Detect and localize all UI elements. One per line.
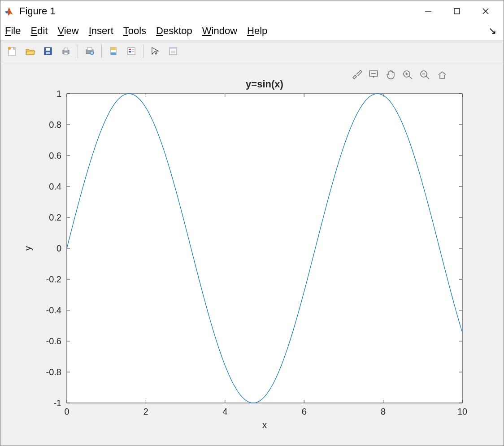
link-plot-button[interactable] bbox=[105, 43, 122, 59]
axes[interactable]: 0246810-1-0.8-0.6-0.4-0.200.20.40.60.81y… bbox=[0, 62, 504, 446]
svg-rect-21 bbox=[129, 51, 131, 52]
svg-rect-12 bbox=[64, 52, 68, 55]
svg-text:6: 6 bbox=[302, 407, 307, 416]
svg-text:0.6: 0.6 bbox=[49, 151, 61, 160]
data-tips-icon[interactable] bbox=[367, 69, 381, 80]
title-bar: Figure 1 bbox=[0, 0, 504, 22]
edit-plot-button[interactable] bbox=[147, 43, 163, 59]
brush-icon[interactable] bbox=[350, 69, 364, 80]
svg-rect-25 bbox=[169, 48, 177, 49]
print-preview-button[interactable] bbox=[82, 43, 98, 59]
matlab-icon bbox=[4, 6, 15, 17]
minimize-button[interactable] bbox=[414, 0, 443, 22]
dock-icon[interactable]: ↘ bbox=[488, 25, 496, 37]
svg-text:8: 8 bbox=[381, 407, 386, 416]
toolbar bbox=[0, 40, 504, 62]
axes-toolbar bbox=[350, 69, 449, 80]
svg-text:0.8: 0.8 bbox=[49, 120, 61, 130]
svg-text:-0.8: -0.8 bbox=[46, 367, 61, 377]
svg-text:0: 0 bbox=[64, 407, 69, 416]
svg-line-87 bbox=[409, 76, 412, 79]
svg-text:0: 0 bbox=[56, 243, 61, 253]
svg-rect-14 bbox=[87, 48, 92, 50]
svg-rect-20 bbox=[129, 49, 131, 50]
zoom-out-icon[interactable] bbox=[418, 69, 432, 80]
maximize-button[interactable] bbox=[443, 0, 471, 22]
property-inspector-button[interactable] bbox=[165, 43, 181, 59]
svg-text:-1: -1 bbox=[53, 398, 61, 408]
svg-text:x: x bbox=[262, 420, 267, 430]
menu-window[interactable]: Window bbox=[202, 25, 237, 37]
svg-rect-11 bbox=[64, 48, 68, 51]
figure-window: Figure 1 File Edit View Insert Tools Des… bbox=[0, 0, 504, 446]
menu-file[interactable]: File bbox=[5, 25, 21, 37]
open-button[interactable] bbox=[22, 43, 38, 59]
window-title: Figure 1 bbox=[19, 5, 56, 17]
pan-icon[interactable] bbox=[384, 69, 398, 80]
svg-rect-8 bbox=[46, 48, 50, 51]
svg-text:-0.6: -0.6 bbox=[46, 336, 61, 346]
svg-point-15 bbox=[90, 51, 94, 55]
menu-desktop[interactable]: Desktop bbox=[156, 25, 192, 37]
figure-area: 0246810-1-0.8-0.6-0.4-0.200.20.40.60.81y… bbox=[0, 62, 504, 446]
svg-text:y: y bbox=[23, 246, 33, 251]
svg-rect-18 bbox=[111, 52, 116, 55]
svg-rect-28 bbox=[67, 94, 462, 403]
save-button[interactable] bbox=[40, 43, 56, 59]
svg-text:10: 10 bbox=[457, 407, 467, 416]
insert-colorbar-button[interactable] bbox=[123, 43, 139, 59]
menu-tools[interactable]: Tools bbox=[123, 25, 146, 37]
svg-line-91 bbox=[426, 76, 429, 79]
svg-text:4: 4 bbox=[222, 407, 227, 416]
new-figure-button[interactable] bbox=[4, 43, 20, 59]
svg-text:y=sin(x): y=sin(x) bbox=[246, 78, 283, 90]
svg-marker-85 bbox=[373, 76, 374, 78]
menu-view[interactable]: View bbox=[57, 25, 78, 37]
svg-text:2: 2 bbox=[143, 407, 148, 416]
svg-rect-9 bbox=[46, 52, 50, 54]
menu-edit[interactable]: Edit bbox=[30, 25, 48, 37]
restore-view-icon[interactable] bbox=[435, 69, 449, 80]
svg-rect-17 bbox=[111, 48, 116, 50]
toolbar-separator bbox=[143, 44, 143, 58]
close-button[interactable] bbox=[471, 0, 500, 22]
svg-text:1: 1 bbox=[56, 89, 61, 99]
menu-insert[interactable]: Insert bbox=[89, 25, 113, 37]
svg-text:0.4: 0.4 bbox=[49, 182, 61, 191]
svg-rect-1 bbox=[454, 9, 460, 14]
svg-text:-0.4: -0.4 bbox=[46, 305, 61, 315]
print-button[interactable] bbox=[58, 43, 74, 59]
zoom-in-icon[interactable] bbox=[401, 69, 415, 80]
toolbar-separator bbox=[101, 44, 102, 58]
toolbar-separator bbox=[78, 44, 78, 58]
svg-text:-0.2: -0.2 bbox=[46, 274, 61, 284]
menu-bar: File Edit View Insert Tools Desktop Wind… bbox=[0, 22, 504, 40]
svg-text:0.2: 0.2 bbox=[49, 212, 61, 222]
svg-point-6 bbox=[8, 47, 11, 50]
menu-help[interactable]: Help bbox=[247, 25, 267, 37]
